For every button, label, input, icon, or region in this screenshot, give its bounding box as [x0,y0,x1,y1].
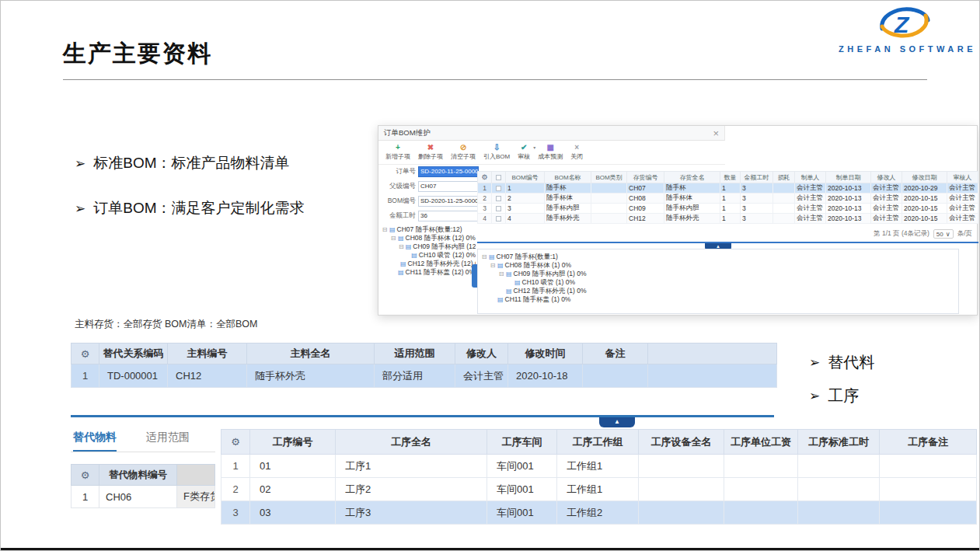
table-row[interactable]: 1CH06F类存货 [71,486,215,508]
tree-node-label: CH12 随手杯外壳 (12) 0% [408,260,476,268]
panel-tabs: 替代物料 适用范围 [73,431,190,452]
column-header: ⚙ [71,465,99,486]
table-cell: 01 [250,455,336,478]
tree-node-label: CH09 随手杯内胆 (12) 0% [413,242,476,251]
tree-node-label: CH09 随手杯内胆 (1) 0% [514,270,587,278]
table-cell [724,478,798,501]
table-cell: 3 [506,204,545,214]
tree-node[interactable]: ▤CH11 随手杯盖 (1) 0% [481,295,955,304]
table-row[interactable]: 1TD-000001CH12随手杯外壳部分适用会计主管2020-10-18 [71,364,777,388]
table-cell: 2 [221,478,250,501]
tree-expander-icon[interactable]: ⊟ [498,270,504,277]
table-cell [880,501,977,525]
tree-node-label: CH12 随手杯外壳 (1) 0% [514,287,587,295]
table-row[interactable]: 33随手杯内胆CH09随手杯内胆13会计主管2020-10-13会计主管2020… [478,204,978,214]
filter-summary-text: 主料存货：全部存货 BOM清单：全部BOM [75,318,257,331]
gear-icon[interactable]: ⚙ [81,348,90,360]
column-header: 审核人 [947,172,978,183]
table-row[interactable]: 22随手杯体CH08随手杯体13会计主管2020-10-13会计主管2020-1… [478,194,978,204]
tree-node[interactable]: ⊟▤CH09 随手杯内胆 (1) 0% [481,270,955,278]
amount-hours-field[interactable]: 36 [418,211,479,221]
bullet-arrow-icon: ➢ [809,354,820,371]
tree-node[interactable]: ▤CH12 随手杯外壳 (1) 0% [481,287,955,295]
dropdown-arrow-icon[interactable]: ▾ [533,145,535,150]
document-icon: ▤ [497,296,504,303]
table-cell: 2020-10-13 [826,183,871,194]
panel-collapse-handle[interactable] [472,264,477,288]
table-cell: 2020-10-18 [508,364,583,388]
tree-node[interactable]: ▤CH12 随手杯外壳 (12) 0% [382,260,476,268]
toolbar-button-import-bom[interactable]: ⇩ 引入BOM [483,144,510,161]
toolbar-button-delete-child[interactable]: ✖ 删除子项 [418,144,443,161]
toolbar-button-add-child[interactable]: + 新增子项 [385,144,410,161]
table-row[interactable]: 303工序3车间001工作组2 [221,501,977,525]
tree-node[interactable]: ⊟▤CH09 随手杯内胆 (12) 0% [382,242,476,251]
table-cell: 3 [741,214,773,224]
table-cell [591,194,627,204]
tree-node[interactable]: ▤CH10 吸管 (1) 0% [481,278,955,287]
toolbar-button-approve[interactable]: ✔ ▾ 审核 [518,144,530,161]
table-cell: CH12 [627,214,664,224]
tree-node[interactable]: ⊟▤CH07 随手杯(数量:12) [382,225,476,234]
gear-icon[interactable]: ⚙ [481,173,487,181]
tab-applicable-range[interactable]: 适用范围 [146,431,190,452]
table-row[interactable]: 11随手杯CH07随手杯13会计主管2020-10-13会计主管2020-10-… [478,183,978,194]
table-cell: 随手杯外壳 [545,214,591,224]
title-divider [63,79,927,80]
gear-icon[interactable]: ⚙ [81,469,90,481]
table-cell: 随手杯 [664,183,720,194]
tree-node[interactable]: ⊟▤CH08 随手杯体 (12) 0% [382,234,476,242]
toolbar-button-cost-forecast[interactable]: ▦ 成本预测 [538,144,563,161]
slide: 生产主要资料 Z ZHEFAN SOFTWARE ➢ 标准BOM：标准产品物料清… [0,0,980,551]
table-cell: 3 [221,501,250,525]
tree-expander-icon[interactable]: ⊟ [382,226,388,233]
table-cell: 2020-10-13 [826,204,871,214]
table-cell: 随手杯体 [664,194,720,204]
row-checkbox[interactable] [496,186,501,191]
table-cell: 3 [741,204,773,214]
table-cell: TD-000001 [99,364,168,388]
table-row[interactable]: 44随手杯外壳CH12随手杯外壳13会计主管2020-10-13会计主管2020… [478,214,978,224]
tree-node-label: CH08 随手杯体 (1) 0% [505,261,572,270]
bom-number-field[interactable]: SD-2020-11-25-00006-1 [418,196,479,207]
toolbar-button-close[interactable]: × 关闭 [570,144,583,161]
tree-node[interactable]: ⊟▤CH07 随手杯(数量:1) [481,253,955,261]
zhefan-logo-icon: Z [876,4,932,41]
page-title: 生产主要资料 [63,38,212,70]
pagination: 第 1/1 页 (4条记录) 50 ∨ 条/页 [874,229,972,239]
page-size-select[interactable]: 50 ∨ [933,229,954,239]
row-checkbox[interactable] [496,196,501,201]
table-row[interactable]: 101工序1车间001工作组1 [221,455,977,478]
tree-node[interactable]: ⊟▤CH08 随手杯体 (1) 0% [481,261,955,270]
row-checkbox[interactable] [496,206,501,211]
tree-expander-icon[interactable]: ⊟ [490,262,496,269]
document-icon: ▤ [506,288,512,295]
table-cell: 1 [71,364,99,388]
table-cell [492,183,506,194]
gear-icon[interactable]: ⚙ [231,436,240,448]
tree-expander-icon[interactable]: ⊟ [390,235,396,242]
bullet-text: 工序 [828,385,859,406]
tree-expander-icon[interactable]: ⊟ [481,253,487,260]
toolbar-button-label: 引入BOM [483,152,510,161]
tree-node[interactable]: ▤CH10 吸管 (12) 0% [382,251,476,260]
column-header: 工序单位工资 [724,430,798,455]
table-row[interactable]: 202工序2车间001工作组1 [221,478,977,501]
table-cell [773,183,795,194]
close-icon: × [574,144,579,152]
parent-code-field[interactable]: CH07 [418,181,479,192]
collapse-panel-button[interactable]: ▲ [599,417,635,427]
tab-substitute-material[interactable]: 替代物料 [73,431,117,452]
bullet-item: ➢ 订单BOM：满足客户定制化需求 [75,198,305,218]
table-cell: 工序3 [336,501,487,525]
select-all-checkbox[interactable] [496,175,501,180]
close-button[interactable]: × [713,128,719,138]
row-checkbox[interactable] [496,216,501,221]
page-size-unit: 条/页 [957,229,972,239]
table-cell [492,214,506,224]
order-number-field[interactable]: SD-2020-11-25-00006 [418,166,479,177]
table-cell: 会计主管 [795,214,826,224]
tree-expander-icon[interactable]: ⊟ [399,243,404,250]
tree-node[interactable]: ▤CH11 随手杯盖 (12) 0% [382,268,476,277]
toolbar-button-clear-child[interactable]: ⊘ 清空子项 [451,144,476,161]
